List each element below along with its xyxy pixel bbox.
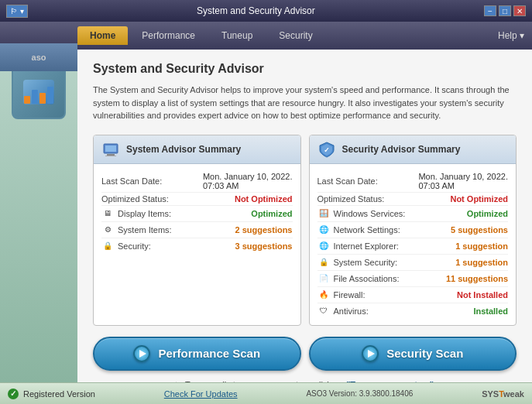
- window-title: System and Security Advisor: [28, 5, 484, 16]
- performance-scan-button[interactable]: Performance Scan: [93, 337, 301, 371]
- last-scan-label-security: Last Scan Date:: [317, 176, 378, 186]
- sidebar-logo: [12, 65, 66, 119]
- security-row: 🔒 Security: 3 suggestions: [101, 238, 293, 254]
- content-area: System and Security Advisor The System a…: [77, 50, 532, 382]
- file-icon: 📄: [317, 272, 330, 285]
- network-settings-row: 🌐 Network Settings: 5 suggestions: [317, 222, 509, 238]
- svg-rect-2: [105, 156, 116, 156]
- registered-icon: ✓: [8, 389, 19, 399]
- minimize-button[interactable]: −: [484, 5, 496, 16]
- sys-security-icon: 🔒: [317, 256, 330, 269]
- system-summary-title: System Advisor Summary: [126, 144, 241, 155]
- close-button[interactable]: ✕: [513, 5, 526, 16]
- tab-tuneup[interactable]: Tuneup: [209, 26, 265, 45]
- window-controls: − □ ✕: [484, 5, 526, 16]
- security-summary-icon: ✓: [317, 140, 336, 159]
- performance-scan-label: Performance Scan: [158, 347, 260, 360]
- last-scan-value-system: Mon. January 10, 2022.07:03 AM: [203, 172, 293, 190]
- tune-up-prefix: To manually tune-up your system, click o…: [185, 380, 343, 383]
- optimized-value-security: Not Optimized: [450, 194, 508, 204]
- display-items-label: 🖥 Display Items:: [101, 207, 171, 220]
- system-items-value: 2 suggestions: [235, 225, 293, 235]
- security-label: 🔒 Security:: [101, 240, 151, 252]
- antivirus-icon: 🛡: [317, 305, 330, 317]
- maximize-button[interactable]: □: [499, 5, 511, 16]
- security-summary-title: Security Advisor Summary: [342, 144, 461, 155]
- security-summary-body: Last Scan Date: Mon. January 10, 2022.07…: [310, 164, 517, 325]
- firewall-icon: 🔥: [317, 289, 330, 301]
- system-summary-icon: [101, 140, 120, 159]
- main-wrapper: System and Security Advisor The System a…: [0, 50, 532, 382]
- performance-play-icon: [133, 345, 150, 362]
- antivirus-value: Installed: [473, 306, 508, 316]
- version-text: ASO3 Version: 3.9.3800.18406: [306, 389, 413, 398]
- help-button[interactable]: Help ▾: [498, 30, 532, 41]
- network-icon: 🌐: [317, 224, 330, 236]
- nav-logo: aso: [0, 43, 77, 71]
- systweak-logo: SYSTweak: [482, 389, 524, 399]
- tune-up-arrow: ▶: [176, 380, 182, 382]
- display-icon: 🖥: [101, 207, 114, 220]
- status-left: ✓ Registered Version: [8, 389, 95, 399]
- display-items-row: 🖥 Display Items: Optimized: [101, 206, 293, 222]
- svg-rect-1: [107, 154, 115, 156]
- tab-security[interactable]: Security: [266, 26, 324, 45]
- security-summary-header: ✓ Security Advisor Summary: [310, 135, 517, 164]
- last-scan-value-security: Mon. January 10, 2022.07:03 AM: [418, 172, 508, 190]
- play-triangle: [139, 350, 146, 358]
- system-items-icon: ⚙: [101, 224, 114, 236]
- sidebar: [0, 50, 77, 382]
- security-play-icon: [362, 345, 379, 362]
- system-summary-body: Last Scan Date: Mon. January 10, 2022.07…: [94, 164, 300, 260]
- firewall-value: Not Installed: [457, 290, 508, 300]
- windows-services-icon: 🪟: [317, 207, 330, 220]
- registered-text: Registered Version: [23, 389, 95, 399]
- scan-buttons-row: Performance Scan Security Scan: [93, 337, 517, 371]
- file-value: 11 suggestions: [446, 274, 508, 283]
- display-items-value: Optimized: [251, 209, 292, 218]
- system-security-row: 🔒 System Security: 1 suggestion: [317, 255, 509, 271]
- summary-row: System Advisor Summary Last Scan Date: M…: [93, 135, 517, 326]
- tab-home[interactable]: Home: [77, 26, 128, 45]
- security-value: 3 suggestions: [235, 241, 293, 251]
- sys-security-value: 1 suggestion: [455, 258, 508, 267]
- description-text: The System and Security Advisor helps to…: [93, 84, 517, 122]
- antivirus-row: 🛡 Antivirus: Installed: [317, 303, 509, 319]
- tune-up-row: ▶ To manually tune-up your system, click…: [93, 380, 517, 383]
- security-summary-box: ✓ Security Advisor Summary Last Scan Dat…: [309, 135, 517, 326]
- last-scan-label-system: Last Scan Date:: [101, 176, 162, 186]
- svg-rect-3: [105, 146, 116, 152]
- security-play-triangle: [368, 350, 375, 358]
- system-items-label: ⚙ System Items:: [101, 224, 172, 236]
- security-scan-button[interactable]: Security Scan: [309, 337, 517, 371]
- windows-services-row: 🪟 Windows Services: Optimized: [317, 206, 509, 222]
- optimized-value-system: Not Optimized: [235, 194, 293, 204]
- system-summary-header: System Advisor Summary: [94, 135, 300, 164]
- file-associations-row: 📄 File Associations: 11 suggestions: [317, 271, 509, 287]
- security-icon: 🔒: [101, 240, 114, 252]
- system-summary-box: System Advisor Summary Last Scan Date: M…: [93, 135, 301, 326]
- network-value: 5 suggestions: [451, 225, 508, 235]
- optimized-label-security: Optimized Status:: [317, 194, 385, 204]
- page-title: System and Security Advisor: [93, 62, 517, 76]
- security-scan-label: Security Scan: [386, 347, 463, 360]
- nav-bar: aso Home Performance Tuneup Security Hel…: [0, 22, 532, 50]
- optimized-label-system: Optimized Status:: [101, 194, 169, 204]
- ie-icon: 🌐: [317, 240, 330, 252]
- internet-explorer-row: 🌐 Internet Explorer: 1 suggestion: [317, 238, 509, 255]
- ie-value: 1 suggestion: [455, 241, 508, 251]
- status-bar: ✓ Registered Version Check For Updates A…: [0, 382, 532, 404]
- optimized-status-security: Optimized Status: Not Optimized: [317, 193, 509, 206]
- windows-services-value: Optimized: [467, 209, 508, 218]
- optimized-status-system: Optimized Status: Not Optimized: [101, 193, 293, 206]
- svg-text:✓: ✓: [324, 146, 330, 154]
- tab-performance[interactable]: Performance: [129, 26, 208, 45]
- check-updates-link[interactable]: Check For Updates: [164, 389, 238, 399]
- title-bar: 🏳 ▾ System and Security Advisor − □ ✕: [0, 0, 532, 22]
- system-items-row: ⚙ System Items: 2 suggestions: [101, 222, 293, 238]
- firewall-row: 🔥 Firewall: Not Installed: [317, 287, 509, 303]
- flag-button[interactable]: 🏳 ▾: [6, 5, 28, 18]
- last-scan-date-system: Last Scan Date: Mon. January 10, 2022.07…: [101, 170, 293, 193]
- last-scan-date-security: Last Scan Date: Mon. January 10, 2022.07…: [317, 170, 509, 193]
- tune-up-link[interactable]: "Tune-up my system": [346, 380, 434, 383]
